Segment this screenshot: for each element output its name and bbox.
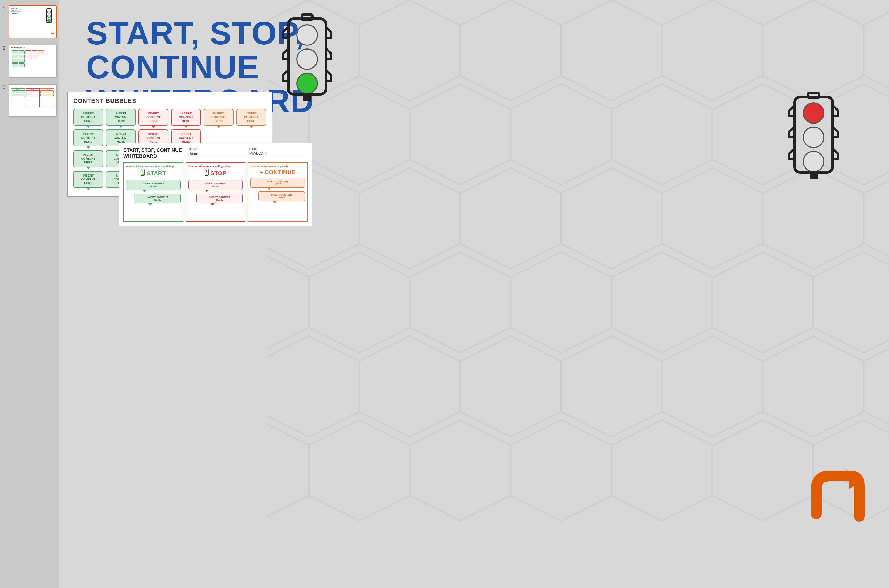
bubble-orange-1-2[interactable]: INSERT CONTENTHERE [236, 109, 266, 126]
svg-point-32 [142, 172, 144, 173]
whiteboard-panel: START, STOP, CONTINUEWHITEBOARD TOPIC Na… [119, 143, 313, 226]
svg-marker-20 [832, 105, 838, 116]
stop-header: STOP [188, 169, 243, 178]
slide-thumbnail-2[interactable]: CONTENT BUBBLES [9, 45, 57, 78]
main-slide-area: START, STOP, CONTINUE WHITEBOARD TEMPLAT… [59, 0, 889, 588]
svg-marker-11 [283, 70, 288, 81]
svg-point-14 [297, 49, 317, 69]
svg-rect-6 [302, 15, 313, 20]
svg-marker-23 [789, 148, 795, 159]
whiteboard-title: START, STOP, CONTINUEWHITEBOARD [123, 147, 183, 159]
svg-marker-10 [326, 48, 331, 59]
svg-point-15 [297, 73, 317, 94]
whiteboard-meta: TOPIC Name DATE MM/DD/YY [188, 147, 308, 156]
date-value[interactable]: MM/DD/YY [250, 151, 308, 156]
bubble-green-1-1[interactable]: INSERT CONTENTHERE [73, 109, 103, 126]
svg-marker-22 [832, 126, 838, 137]
topic-value[interactable]: Name [188, 151, 247, 156]
topic-label: TOPIC [188, 147, 247, 151]
bubble-orange-1-1[interactable]: INSERT CONTENTHERE [204, 109, 233, 126]
svg-point-26 [803, 127, 824, 147]
slide-panel: 1 START, STOP,CONTINUEWHITEBOARDTEMPLATE… [0, 0, 59, 588]
whiteboard-header: START, STOP, CONTINUEWHITEBOARD TOPIC Na… [123, 147, 308, 159]
bubble-green-2-1[interactable]: INSERT CONTENTHERE [73, 129, 103, 147]
bubble-green-1-2[interactable]: INSERT CONTENTHERE [106, 109, 136, 126]
bubble-red-1-2[interactable]: INSERT CONTENTHERE [171, 109, 201, 126]
svg-marker-7 [283, 27, 288, 38]
whiteboard-columns: What activities do we want to start doin… [123, 162, 308, 222]
continue-bubble-1[interactable]: INSERT CONTENTHERE [250, 178, 305, 188]
continue-arrow-icon: ↪ [260, 170, 263, 174]
svg-point-33 [142, 174, 144, 175]
svg-marker-12 [326, 70, 331, 81]
start-bubble-1[interactable]: INSERT CONTENTHERE [126, 180, 181, 190]
start-header: START [126, 169, 181, 178]
svg-point-35 [206, 170, 208, 171]
slide-number-3: 3 [3, 84, 5, 90]
bubble-row-1: INSERT CONTENTHERE INSERT CONTENTHERE IN… [73, 109, 266, 126]
svg-point-37 [206, 174, 208, 175]
slide-thumbnail-3[interactable]: START, STOP, CONTINUE START STOP [9, 84, 57, 117]
svg-rect-16 [303, 93, 311, 101]
svg-rect-18 [808, 93, 819, 98]
stop-traffic-icon [205, 169, 209, 178]
start-column: What activities do we want to start doin… [123, 162, 184, 222]
bubble-green-4-1[interactable]: INSERT CONTENTHERE [73, 171, 103, 188]
svg-point-36 [206, 172, 208, 173]
date-field: DATE MM/DD/YY [250, 147, 308, 156]
svg-point-3 [47, 19, 51, 22]
svg-marker-24 [832, 148, 838, 159]
bubble-green-3-1[interactable]: INSERT CONTENTHERE [73, 150, 103, 167]
svg-point-2 [47, 15, 51, 18]
continue-column: What activities are working well? ↪ CONT… [248, 162, 308, 222]
date-label: DATE [250, 147, 308, 151]
topic-field: TOPIC Name [188, 147, 247, 156]
stop-column: What activities are not adding value? ST… [186, 162, 246, 222]
start-question: What activities do we want to start doin… [126, 165, 181, 168]
content-bubbles-title: CONTENT BUBBLES [73, 98, 266, 105]
start-bubble-2[interactable]: INSERT CONTENTHERE [134, 194, 181, 203]
stop-bubble-2[interactable]: INSERT CONTENTHERE [196, 194, 243, 203]
svg-marker-9 [283, 48, 288, 59]
svg-point-31 [142, 170, 144, 171]
stop-question: What activities are not adding value? [188, 165, 243, 168]
continue-header: ↪ CONTINUE [250, 169, 305, 176]
start-traffic-icon [141, 169, 145, 178]
hex-background [267, 0, 889, 588]
svg-rect-28 [809, 171, 818, 179]
continue-question: What activities are working well? [250, 165, 305, 168]
svg-marker-21 [789, 126, 795, 137]
svg-point-25 [803, 103, 824, 123]
continue-bubble-2[interactable]: INSERT CONTENTHERE [258, 191, 305, 201]
traffic-light-green [280, 14, 334, 106]
svg-marker-8 [326, 27, 331, 38]
traffic-light-red [787, 92, 841, 184]
turn-arrow [808, 468, 868, 534]
svg-marker-19 [789, 105, 795, 116]
slide-number-2: 2 [3, 45, 5, 51]
stop-bubble-1[interactable]: INSERT CONTENTHERE [188, 180, 243, 190]
slide-number-1: 1 [3, 6, 5, 12]
svg-point-1 [47, 10, 51, 14]
slide-thumbnail-1[interactable]: START, STOP,CONTINUEWHITEBOARDTEMPLATE ↪ [9, 5, 57, 38]
svg-point-27 [803, 151, 824, 172]
bubble-red-1-1[interactable]: INSERT CONTENTHERE [138, 109, 168, 126]
svg-point-13 [297, 25, 317, 45]
